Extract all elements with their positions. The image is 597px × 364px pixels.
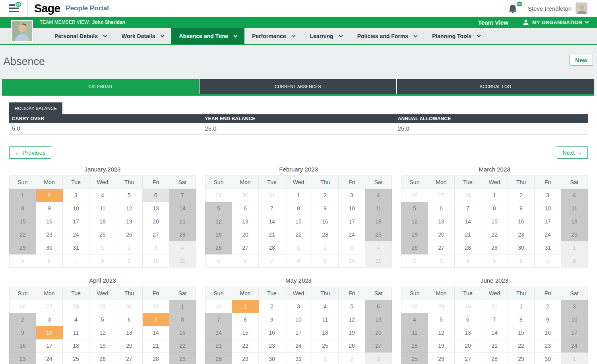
day-cell[interactable]: 3 xyxy=(36,313,63,326)
day-cell[interactable]: 30 xyxy=(116,300,143,313)
day-cell[interactable]: 1 xyxy=(285,241,312,254)
day-cell[interactable]: 12 xyxy=(339,313,365,326)
section-tab-current-absences[interactable]: CURRENT ABSENCES xyxy=(199,79,396,94)
day-cell[interactable]: 1 xyxy=(10,189,36,202)
day-cell[interactable]: 2 xyxy=(116,241,143,254)
day-cell[interactable]: 28 xyxy=(481,352,508,364)
day-cell[interactable]: 28 xyxy=(205,352,232,364)
day-cell[interactable]: 17 xyxy=(63,215,89,228)
day-cell[interactable]: 27 xyxy=(143,228,169,241)
day-cell[interactable]: 8 xyxy=(481,202,508,215)
day-cell[interactable]: 13 xyxy=(116,326,143,339)
day-cell[interactable]: 7 xyxy=(455,202,481,215)
day-cell[interactable]: 3 xyxy=(365,352,392,364)
day-cell[interactable]: 7 xyxy=(205,313,232,326)
day-cell[interactable]: 30 xyxy=(232,189,259,202)
day-cell[interactable]: 6 xyxy=(428,202,455,215)
day-cell[interactable]: 9 xyxy=(535,313,561,326)
day-cell[interactable]: 25 xyxy=(365,228,392,241)
day-cell[interactable]: 3 xyxy=(63,189,89,202)
day-cell[interactable]: 29 xyxy=(205,189,232,202)
day-cell[interactable]: 20 xyxy=(232,228,259,241)
day-cell[interactable]: 21 xyxy=(455,228,481,241)
day-cell[interactable]: 18 xyxy=(365,215,392,228)
day-cell[interactable]: 6 xyxy=(116,313,143,326)
day-cell[interactable]: 17 xyxy=(561,326,588,339)
day-cell[interactable]: 22 xyxy=(232,339,259,352)
day-cell[interactable]: 2 xyxy=(312,241,339,254)
day-cell[interactable]: 4 xyxy=(365,189,392,202)
day-cell[interactable]: 27 xyxy=(365,339,392,352)
day-cell[interactable]: 28 xyxy=(63,300,89,313)
day-cell[interactable]: 19 xyxy=(339,326,365,339)
day-cell[interactable]: 8 xyxy=(561,254,588,267)
day-cell[interactable]: 6 xyxy=(365,300,392,313)
day-cell[interactable]: 5 xyxy=(205,254,232,267)
current-user-avatar[interactable] xyxy=(576,2,587,14)
day-cell[interactable]: 31 xyxy=(259,189,285,202)
day-cell[interactable]: 9 xyxy=(116,254,143,267)
day-cell[interactable]: 4 xyxy=(63,313,89,326)
day-cell[interactable]: 7 xyxy=(259,202,285,215)
day-cell[interactable]: 11 xyxy=(401,326,428,339)
day-cell[interactable]: 1 xyxy=(508,300,535,313)
day-cell[interactable]: 10 xyxy=(561,313,588,326)
day-cell[interactable]: 2 xyxy=(401,254,428,267)
day-cell[interactable]: 6 xyxy=(36,254,63,267)
day-cell[interactable]: 18 xyxy=(89,215,116,228)
day-cell[interactable]: 12 xyxy=(116,202,143,215)
day-cell[interactable]: 5 xyxy=(428,313,455,326)
day-cell[interactable]: 7 xyxy=(143,313,169,326)
team-view-link[interactable]: Team View xyxy=(478,19,508,26)
day-cell[interactable]: 10 xyxy=(535,202,561,215)
day-cell[interactable]: 15 xyxy=(10,215,36,228)
nav-tab-learning[interactable]: Learning xyxy=(302,28,350,44)
day-cell[interactable]: 3 xyxy=(535,189,561,202)
day-cell[interactable]: 27 xyxy=(455,352,481,364)
day-cell[interactable]: 28 xyxy=(401,300,428,313)
day-cell[interactable]: 14 xyxy=(205,326,232,339)
current-user-name[interactable]: Steve Pendleton xyxy=(528,5,572,12)
day-cell[interactable]: 19 xyxy=(205,228,232,241)
day-cell[interactable]: 29 xyxy=(481,241,508,254)
day-cell[interactable]: 3 xyxy=(428,254,455,267)
day-cell[interactable]: 16 xyxy=(259,326,285,339)
day-cell[interactable]: 10 xyxy=(63,202,89,215)
day-cell[interactable]: 5 xyxy=(89,313,116,326)
day-cell[interactable]: 26 xyxy=(205,241,232,254)
day-cell[interactable]: 18 xyxy=(63,339,89,352)
day-cell[interactable]: 13 xyxy=(428,215,455,228)
day-cell[interactable]: 9 xyxy=(312,254,339,267)
day-cell[interactable]: 28 xyxy=(259,241,285,254)
day-cell[interactable]: 17 xyxy=(36,339,63,352)
day-cell[interactable]: 9 xyxy=(508,202,535,215)
day-cell[interactable]: 1 xyxy=(481,189,508,202)
nav-tab-work-details[interactable]: Work Details xyxy=(114,28,172,44)
day-cell[interactable]: 11 xyxy=(561,202,588,215)
day-cell[interactable]: 20 xyxy=(455,339,481,352)
day-cell[interactable]: 13 xyxy=(232,215,259,228)
nav-tab-performance[interactable]: Performance xyxy=(244,28,302,44)
day-cell[interactable]: 6 xyxy=(143,189,169,202)
day-cell[interactable]: 29 xyxy=(169,352,196,364)
nav-tab-absence-and-time[interactable]: Absence and Time xyxy=(171,28,244,44)
day-cell[interactable]: 27 xyxy=(428,189,455,202)
day-cell[interactable]: 10 xyxy=(36,326,63,339)
day-cell[interactable]: 7 xyxy=(535,254,561,267)
day-cell[interactable]: 17 xyxy=(339,215,365,228)
day-cell[interactable]: 20 xyxy=(143,215,169,228)
day-cell[interactable]: 11 xyxy=(365,254,392,267)
day-cell[interactable]: 29 xyxy=(232,352,259,364)
day-cell[interactable]: 14 xyxy=(143,326,169,339)
day-cell[interactable]: 29 xyxy=(10,241,36,254)
day-cell[interactable]: 4 xyxy=(365,241,392,254)
new-absence-button[interactable]: New xyxy=(570,55,593,65)
notifications-button[interactable]: 69 xyxy=(508,2,520,15)
day-cell[interactable]: 3 xyxy=(285,300,312,313)
day-cell[interactable]: 1 xyxy=(561,352,588,364)
day-cell[interactable]: 28 xyxy=(455,241,481,254)
day-cell[interactable]: 4 xyxy=(455,254,481,267)
day-cell[interactable]: 6 xyxy=(232,202,259,215)
day-cell[interactable]: 8 xyxy=(10,202,36,215)
day-cell[interactable]: 31 xyxy=(481,300,508,313)
